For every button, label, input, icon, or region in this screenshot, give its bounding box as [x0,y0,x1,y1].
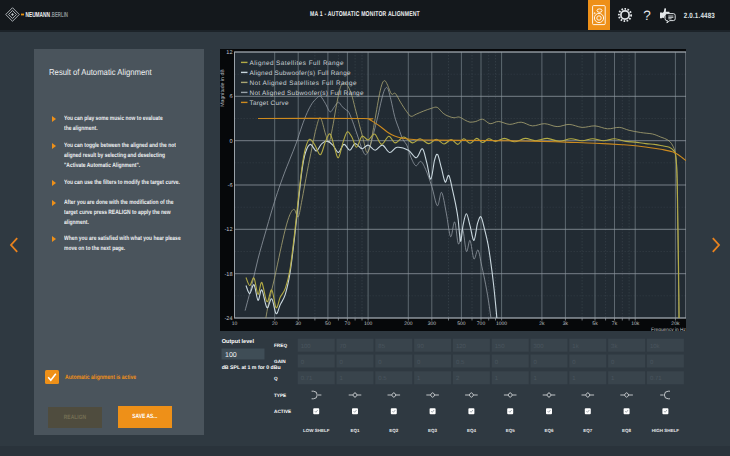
svg-text:10: 10 [232,321,238,327]
svg-text:Not Aligned Subwoofer(s) Full: Not Aligned Subwoofer(s) Full Range [250,90,364,97]
svg-text:150: 150 [495,343,506,350]
svg-text:90: 90 [417,343,424,350]
svg-text:120: 120 [456,343,467,350]
svg-text:EQ1: EQ1 [350,428,360,433]
svg-text:-12: -12 [224,227,232,233]
svg-text:20: 20 [272,321,278,327]
svg-text:0.71: 0.71 [650,375,662,382]
svg-text:20k: 20k [671,321,680,327]
svg-text:dB SPL at 1 m for 0 dBu: dB SPL at 1 m for 0 dBu [222,365,281,371]
svg-text:5k: 5k [592,321,598,327]
svg-text:EQ3: EQ3 [428,428,438,433]
svg-text:Target Curve: Target Curve [250,100,289,107]
svg-text:EQ2: EQ2 [389,428,399,433]
svg-text:70: 70 [345,321,351,327]
svg-text:200: 200 [404,321,413,327]
svg-text:10k: 10k [650,343,661,350]
svg-text:GAIN: GAIN [274,359,286,364]
svg-text:70: 70 [340,343,347,350]
svg-text:Not Aligned Satellites Full Ra: Not Aligned Satellites Full Range [250,80,357,87]
svg-text:Aligned Subwoofer(s) Full Rang: Aligned Subwoofer(s) Full Range [250,70,351,77]
svg-text:0.71: 0.71 [301,375,313,382]
svg-text:100: 100 [301,343,312,350]
svg-text:EQ6: EQ6 [544,428,554,433]
svg-text:Aligned Satellites Full Range: Aligned Satellites Full Range [250,60,344,67]
svg-text:10k: 10k [631,321,640,327]
svg-text:LOW SHELF: LOW SHELF [303,428,330,433]
svg-text:1k: 1k [572,343,579,350]
svg-text:3k: 3k [611,343,618,350]
svg-text:50: 50 [325,321,331,327]
svg-text:EQ7: EQ7 [583,428,593,433]
svg-text:1000: 1000 [496,321,507,327]
svg-text:-18: -18 [224,272,232,278]
svg-text:HIGH SHELF: HIGH SHELF [652,428,680,433]
svg-text:Magnitude in dB: Magnitude in dB [220,69,226,107]
svg-text:300: 300 [534,343,545,350]
svg-text:NEUMANN: NEUMANN [26,10,51,19]
svg-text:TYPE: TYPE [274,393,286,398]
svg-text:0.5: 0.5 [456,359,465,366]
svg-text:2k: 2k [539,321,545,327]
svg-text:7k: 7k [612,321,618,327]
svg-text:3k: 3k [563,321,569,327]
svg-text:12: 12 [226,50,232,56]
svg-text:100: 100 [364,321,373,327]
svg-text:FREQ: FREQ [274,343,287,348]
svg-text:?: ? [643,8,651,23]
svg-text:85: 85 [378,343,385,350]
svg-text:ACTIVE: ACTIVE [274,409,291,414]
svg-text:0: 0 [229,139,232,145]
svg-text:100: 100 [225,352,237,359]
svg-text:EQ5: EQ5 [506,428,516,433]
svg-text:300: 300 [428,321,437,327]
svg-text:EQ8: EQ8 [622,428,632,433]
svg-text:Output level: Output level [222,338,255,345]
svg-text:500: 500 [457,321,466,327]
svg-text:EQ4: EQ4 [467,428,477,433]
svg-text:700: 700 [477,321,486,327]
svg-text:Q: Q [274,376,278,381]
svg-text:-6: -6 [228,183,233,189]
svg-text:6: 6 [229,94,232,100]
svg-text:Frequency in Hz: Frequency in Hz [651,327,686,331]
svg-text:.BERLIN: .BERLIN [51,10,69,19]
svg-text:30: 30 [295,321,301,327]
svg-text:0.5: 0.5 [378,375,387,382]
